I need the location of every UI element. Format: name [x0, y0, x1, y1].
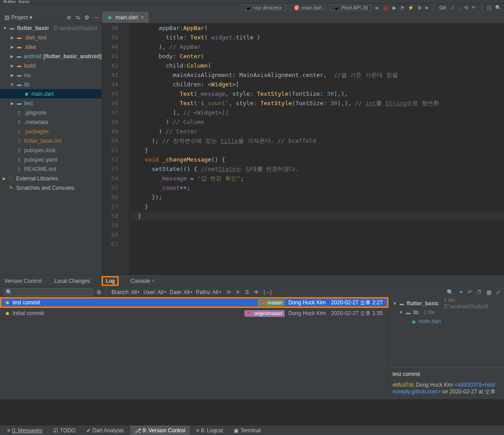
dart-file-icon: ◉ [107, 14, 113, 21]
details-search-icon[interactable]: 🔍 [447, 289, 453, 295]
vc-tab-console[interactable]: Console × [127, 276, 158, 286]
tree-item[interactable]: ▯.gitignore [0, 108, 102, 117]
tab-label: main.dart [115, 14, 138, 21]
editor-tabs: ◉ main.dart × [102, 12, 504, 23]
emulator-selector[interactable]: 📱 Pixel API 29 [329, 4, 372, 11]
user-filter[interactable]: User: All ▾ [143, 289, 166, 295]
device-selector[interactable]: 📱 <no devices> [241, 4, 286, 11]
git-label: Git: [439, 5, 447, 10]
vc-filter-settings-icon[interactable]: ✿ [97, 289, 101, 295]
git-history-icon[interactable]: ⟲ [464, 5, 468, 11]
tree-item[interactable]: ▯.metadata [0, 117, 102, 127]
code-area[interactable]: appBar:AppBar( title: Text( widget.title… [129, 23, 504, 275]
main-toolbar: 📱 <no devices> 🎯 main.dart 📱 Pixel API 2… [0, 4, 504, 12]
details-file[interactable]: ◉main.dart [393, 317, 500, 326]
group-icon[interactable]: ▦ [487, 289, 491, 295]
tree-item[interactable]: ▯pubspec.yaml [0, 155, 102, 164]
commit-title: test commit [393, 371, 500, 377]
fold-column[interactable] [122, 23, 129, 275]
commit-row[interactable]: test commit 🔖 master Dong Huck Kim 2020-… [0, 297, 389, 308]
tab-todo[interactable]: ☑ TODO [49, 426, 80, 435]
tab-logcat[interactable]: ≡ 6: Logcat [192, 426, 227, 435]
git-pull-icon[interactable]: ↓ [458, 5, 461, 10]
editor: ◉ main.dart × 38 39 40 41 42 43 44 45 46… [102, 12, 504, 275]
tab-dart-analysis[interactable]: ✔ Dart Analysis [82, 426, 128, 435]
vc-tab-local[interactable]: Local Changes [51, 276, 94, 286]
vc-label: Version Control: [4, 278, 43, 284]
tab-terminal[interactable]: ▣ Terminal [229, 426, 265, 435]
date-filter[interactable]: Date: All ▾ [170, 289, 192, 295]
tree-item[interactable]: ▶▬android [flutter_basic_android] [0, 51, 102, 61]
attach-icon[interactable]: ⊕ [418, 5, 422, 11]
git-update-icon[interactable]: ✓ [451, 5, 455, 11]
preview-icon[interactable]: 👁 [254, 289, 259, 295]
tab-version-control[interactable]: ⎇ 9: Version Control [130, 426, 190, 435]
hot-reload-icon[interactable]: ⚡ [408, 5, 414, 11]
tree-item[interactable]: ▶▬build [0, 61, 102, 70]
version-control-header: Version Control: Local Changes Log Conso… [0, 275, 504, 286]
profile-icon[interactable]: ◔ [400, 5, 404, 11]
settings-icon[interactable]: ✿ [85, 14, 89, 21]
git-revert-icon[interactable]: ↶ [472, 5, 476, 11]
tab-messages[interactable]: ≡ 0: Messages [3, 426, 47, 435]
tree-item[interactable]: ▯flutter_basic.iml [0, 136, 102, 145]
project-view-selector[interactable]: ▤ Project ▾ [3, 14, 34, 21]
commit-meta2: noreply.github.com> on 2020-02-27 at 오후 [393, 388, 500, 396]
commit-list[interactable]: test commit 🔖 master Dong Huck Kim 2020-… [0, 297, 389, 399]
tree-item[interactable]: ▼▬lib [0, 80, 102, 89]
commit-message-panel: test commit ebfcd7dc Dong Huck Kim <4493… [389, 367, 504, 399]
hide-icon[interactable]: — [94, 14, 99, 21]
editor-body[interactable]: 38 39 40 41 42 43 44 45 46 47 48 49 50 5… [102, 23, 504, 275]
tree-item[interactable]: ◉main.dart [0, 89, 102, 98]
tree-root[interactable]: ▼▬flutter_basic D:\androidStudio\f [0, 23, 102, 33]
target-icon[interactable]: ⊕ [67, 14, 71, 21]
tree-item[interactable]: ▶▬.idea [0, 42, 102, 51]
layout-icon[interactable]: ◫ [487, 5, 491, 11]
expand-icon[interactable]: ⤢ [496, 289, 500, 295]
collapse-icon[interactable]: ⇆ [76, 14, 80, 21]
cherry-pick-icon[interactable]: ⚘ [235, 289, 240, 295]
vc-search-input[interactable]: 🔍 [4, 288, 93, 296]
run-icon[interactable]: ▶ [376, 5, 379, 11]
line-gutter: 38 39 40 41 42 43 44 45 46 47 48 49 50 5… [102, 23, 122, 275]
search-everywhere-icon[interactable]: 🔍 [495, 5, 501, 11]
tree-item[interactable]: ▶▬ios [0, 70, 102, 80]
refresh-icon[interactable]: ⟳ [226, 289, 231, 295]
tree-item[interactable]: ▯README.md [0, 164, 102, 174]
tree-item[interactable]: ▶▬test [0, 98, 102, 108]
close-tab-icon[interactable]: × [141, 14, 144, 21]
pin-icon[interactable]: ✦ [459, 289, 463, 295]
vc-filter-row: 🔍 ✿ Branch: All ▾ User: All ▾ Date: All … [0, 286, 504, 297]
status-bar: ≡ 0: Messages ☑ TODO ✔ Dart Analysis ⎇ 9… [0, 425, 504, 435]
undo-icon[interactable]: ↶ [468, 289, 472, 295]
title-bar: flutter_basic [0, 0, 504, 4]
commit-details-panel: ▼▬flutter_basic 1 file D:\androidStudio\… [389, 297, 504, 399]
debug-icon[interactable]: 🐞 [383, 5, 389, 11]
vc-tab-log[interactable]: Log [102, 276, 119, 286]
close-console-icon[interactable]: × [152, 278, 155, 284]
commit-meta: ebfcd7dc Dong Huck Kim <44930378+hidd [393, 382, 500, 388]
run-config-selector[interactable]: 🎯 main.dart [290, 4, 326, 11]
paths-filter[interactable]: Paths: All ▾ [196, 289, 221, 295]
stop-icon[interactable]: ■ [425, 5, 428, 10]
editor-tab-main[interactable]: ◉ main.dart × [102, 12, 149, 23]
project-tool-window[interactable]: ▤ Project ▾ ⊕ ⇆ ✿ — ▼▬flutter_basic D:\a… [0, 12, 102, 275]
commit-row[interactable]: Initial commit 🔖 origin/master Dong Huck… [0, 308, 389, 319]
history-icon[interactable]: ⏱ [477, 289, 482, 295]
scratches[interactable]: ✎Scratches and Consoles [0, 183, 102, 192]
branch-tag: 🔖 origin/master [244, 310, 285, 317]
coverage-icon[interactable]: ▶ [393, 5, 396, 11]
details-root[interactable]: ▼▬flutter_basic 1 file D:\androidStudio\… [393, 299, 500, 308]
tree-item[interactable]: ▯pubspec.lock [0, 145, 102, 155]
intellisort-icon[interactable]: ⇅ [245, 289, 249, 295]
tree-item[interactable]: ▶▬.dart_tool [0, 33, 102, 42]
tree-item[interactable]: ▯.packages [0, 127, 102, 136]
external-libraries[interactable]: ▶⬛External Libraries [0, 174, 102, 183]
goto-icon[interactable]: |→| [264, 289, 272, 295]
branch-tag: 🔖 master [258, 299, 285, 306]
vc-log-area: test commit 🔖 master Dong Huck Kim 2020-… [0, 297, 504, 399]
branch-filter[interactable]: Branch: All ▾ [111, 289, 140, 295]
